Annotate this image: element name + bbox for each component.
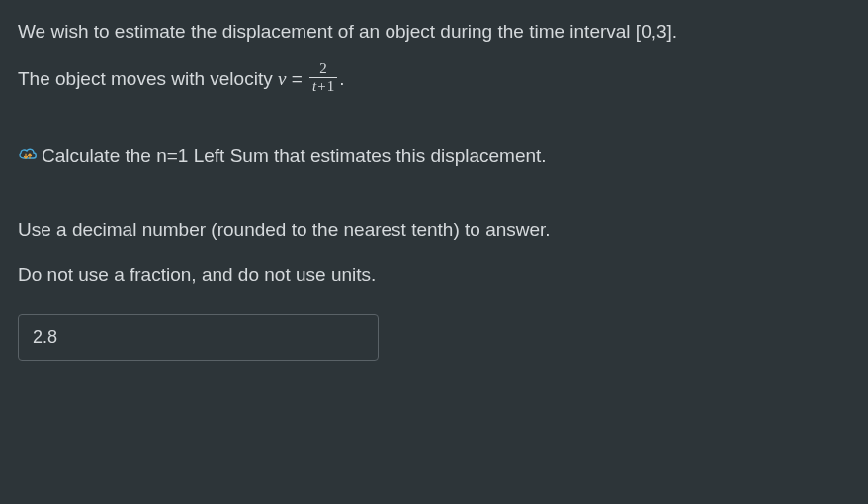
equals-sign: = — [286, 68, 307, 89]
task-text: Calculate the n=1 Left Sum that estimate… — [42, 145, 547, 166]
fraction: 2t+1 — [309, 61, 337, 96]
instruction-1: Use a decimal number (rounded to the nea… — [18, 216, 848, 244]
frac-den-one: 1 — [327, 78, 335, 94]
fraction-denominator: t+1 — [309, 78, 337, 95]
cloud-icon — [18, 141, 38, 169]
line2-prefix: The object moves with velocity — [18, 68, 278, 89]
problem-line-2: The object moves with velocity v = 2t+1. — [18, 63, 848, 98]
task-line: Calculate the n=1 Left Sum that estimate… — [18, 142, 848, 171]
fraction-numerator: 2 — [309, 61, 337, 79]
answer-input[interactable] — [18, 314, 379, 361]
line2-suffix: . — [339, 68, 344, 89]
problem-line-1: We wish to estimate the displacement of … — [18, 18, 848, 45]
frac-den-plus: + — [316, 78, 326, 94]
instruction-2: Do not use a fraction, and do not use un… — [18, 261, 848, 289]
